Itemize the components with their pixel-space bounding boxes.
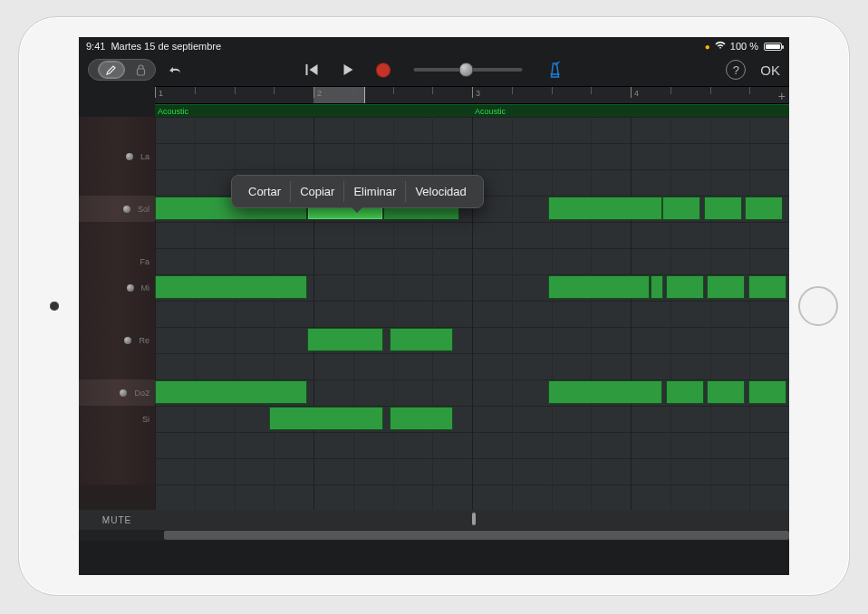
key-label: Fa (140, 257, 149, 266)
note[interactable] (548, 380, 662, 404)
key-row[interactable]: Do2 (79, 379, 155, 406)
volume-slider[interactable] (414, 68, 523, 72)
note-grid[interactable]: CortarCopiarEliminarVelocidad (155, 117, 789, 541)
key-row[interactable]: La (79, 143, 155, 169)
edit-lock-toggle[interactable] (88, 59, 156, 81)
add-bar-button[interactable]: + (778, 89, 786, 103)
mute-bar: MUTE (79, 510, 789, 530)
key-row[interactable]: Mi (79, 274, 155, 301)
toolbar: ? OK (79, 53, 789, 86)
key-label: Mi (141, 283, 150, 293)
mute-label: MUTE (79, 515, 155, 525)
note[interactable] (548, 275, 650, 299)
ok-button[interactable]: OK (760, 62, 780, 78)
key-row[interactable]: Fa (79, 248, 155, 274)
app-screen: 9:41 Martes 15 de septiembre ● 100 % (79, 37, 789, 575)
note[interactable] (651, 275, 663, 299)
key-row[interactable]: Si (79, 406, 155, 432)
key-row[interactable] (79, 432, 155, 458)
home-button[interactable] (798, 286, 838, 326)
scrollbar-thumb[interactable] (164, 531, 789, 540)
note[interactable] (548, 197, 662, 220)
ipad-bezel: 9:41 Martes 15 de septiembre ● 100 % (18, 16, 850, 596)
key-row[interactable] (79, 222, 155, 248)
note[interactable] (390, 407, 453, 430)
key-label: Re (139, 336, 149, 345)
key-row[interactable]: Sol (79, 196, 155, 222)
bar-number: 3 (476, 89, 480, 98)
undo-button[interactable] (165, 59, 187, 81)
note[interactable] (269, 407, 383, 430)
bar-number: 4 (634, 89, 639, 98)
help-button[interactable]: ? (726, 60, 746, 80)
battery-text: 100 % (730, 41, 758, 52)
fret-dot-icon (127, 284, 134, 292)
menu-item[interactable]: Copiar (291, 181, 344, 202)
svg-rect-1 (306, 64, 308, 75)
fret-dot-icon (123, 206, 130, 213)
note[interactable] (390, 328, 453, 351)
note[interactable] (666, 380, 704, 404)
note[interactable] (707, 275, 745, 299)
note[interactable] (155, 275, 307, 299)
note[interactable] (748, 380, 786, 404)
lock-icon (136, 64, 146, 76)
fret-dot-icon (126, 153, 133, 160)
pencil-icon (98, 61, 125, 79)
note[interactable] (307, 328, 383, 351)
battery-icon (764, 43, 782, 51)
menu-item[interactable]: Cortar (239, 181, 291, 202)
svg-rect-0 (138, 69, 145, 75)
key-row[interactable]: Re (79, 327, 155, 353)
menu-item[interactable]: Velocidad (406, 181, 475, 202)
note[interactable] (704, 197, 742, 220)
key-label: Do2 (134, 389, 149, 398)
horizontal-scrollbar[interactable] (79, 530, 789, 541)
key-label: La (140, 152, 149, 161)
note[interactable] (745, 197, 783, 220)
bar-number: 1 (159, 89, 163, 98)
key-row[interactable] (79, 458, 155, 484)
play-button[interactable] (341, 62, 357, 78)
note[interactable] (155, 380, 307, 404)
key-row[interactable] (79, 117, 155, 143)
note[interactable] (666, 275, 704, 299)
status-bar: 9:41 Martes 15 de septiembre ● 100 % (79, 37, 789, 53)
volume-knob[interactable] (458, 62, 473, 77)
key-row[interactable] (79, 301, 155, 327)
key-row[interactable] (79, 353, 155, 379)
location-dot-icon: ● (705, 42, 710, 52)
piano-roll: LaSolFaMiReDo2Si CortarCopiarEliminarVel… (79, 117, 789, 541)
key-labels: LaSolFaMiReDo2Si (79, 117, 155, 541)
record-button[interactable] (377, 63, 391, 77)
wifi-icon (714, 41, 727, 52)
region-clip[interactable]: Acoustic (155, 104, 472, 117)
region-clip[interactable]: Acoustic (472, 104, 789, 117)
date: Martes 15 de septiembre (111, 41, 221, 52)
note[interactable] (662, 197, 700, 220)
camera-icon (50, 302, 59, 311)
mute-track[interactable] (155, 510, 789, 530)
timeline-ruler[interactable]: + 1234 (155, 86, 789, 104)
context-menu: CortarCopiarEliminarVelocidad (231, 175, 484, 208)
bar-number: 2 (317, 89, 322, 98)
key-label: Si (142, 415, 149, 424)
menu-item[interactable]: Eliminar (344, 181, 406, 202)
region-header[interactable]: AcousticAcoustic (155, 104, 789, 117)
fret-dot-icon (124, 337, 131, 344)
key-label: Sol (138, 205, 149, 214)
clock: 9:41 (86, 41, 105, 52)
note[interactable] (707, 380, 745, 404)
skip-back-button[interactable] (304, 62, 321, 78)
playhead[interactable] (364, 87, 365, 103)
key-row[interactable] (79, 169, 155, 196)
transport-controls (304, 61, 564, 79)
fret-dot-icon (120, 389, 127, 397)
mute-handle[interactable] (472, 513, 476, 525)
metronome-button[interactable] (546, 61, 564, 79)
note[interactable] (748, 275, 786, 299)
